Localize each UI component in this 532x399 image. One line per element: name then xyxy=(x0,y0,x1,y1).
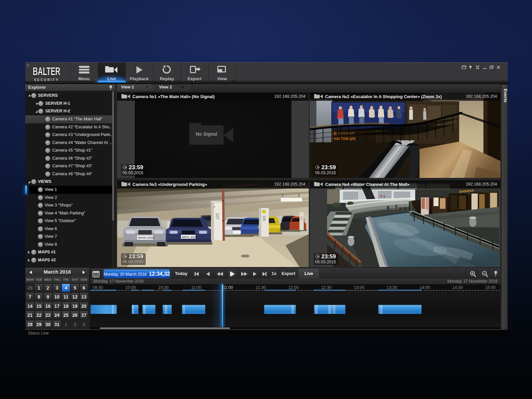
svg-text:105: 105 xyxy=(262,215,266,221)
svg-text:101: 101 xyxy=(300,216,303,221)
svg-text:M•FC 4315: M•FC 4315 xyxy=(182,235,197,239)
svg-text:107: 107 xyxy=(215,213,220,219)
svg-text:M•HH 4210: M•HH 4210 xyxy=(138,236,154,239)
svg-text:НАСТОЯЩИХ: НАСТОЯЩИХ xyxy=(334,137,356,141)
